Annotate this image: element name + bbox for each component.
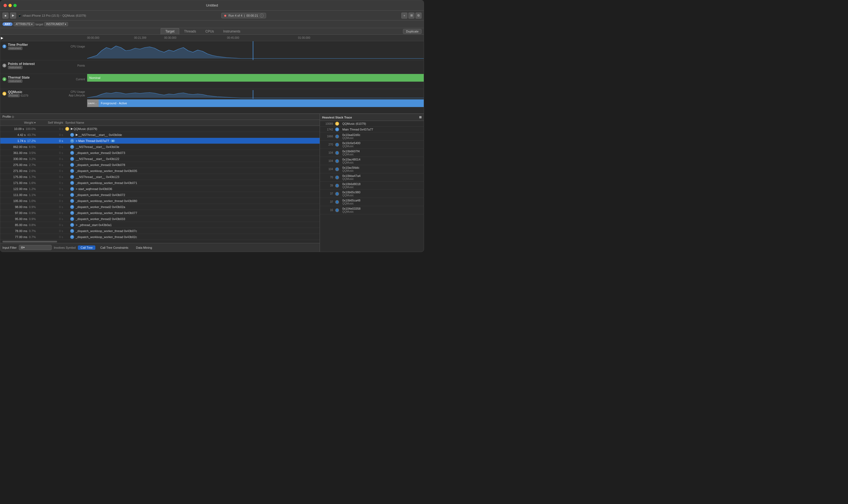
time-profiler-track[interactable] xyxy=(87,41,424,60)
stack-symbol: QQMusic (61079) xyxy=(342,122,422,125)
table-row[interactable]: 271.00 ms2.6% 0 s T_dispatch_workloop_wo… xyxy=(0,168,320,174)
stack-row[interactable]: 70 👤 0x10bba47a4 QQMusic xyxy=(320,173,424,182)
time-profiler-icon: T xyxy=(2,44,6,48)
table-row[interactable]: 85.00 ms0.8% 0 s T> _pthread_start 0x43b… xyxy=(0,222,320,228)
stack-symbol: 0x10b65c980 xyxy=(342,191,360,194)
tab-target[interactable]: Target xyxy=(161,28,179,34)
instrument-button[interactable]: INSTRUMENT ▾ xyxy=(44,22,68,26)
stack-row[interactable]: 104 👤 0x10ac5fddc QQMusic xyxy=(320,165,424,173)
horizontal-scrollbar[interactable] xyxy=(2,241,57,242)
table-row[interactable]: 175.00 ms1.7% 0 s T__NSThread__start__ 0… xyxy=(0,174,320,180)
symbol-cell: T > Main Thread 0x437a77 ● xyxy=(65,139,317,143)
table-row[interactable]: 105.00 ms1.0% 0 s T_dispatch_workloop_wo… xyxy=(0,198,320,204)
ruler-mark-3: 00:45.000 xyxy=(227,36,239,39)
tab-threads[interactable]: Threads xyxy=(180,29,200,34)
main-content: ▶ 00:00.000 00:21.399 00:30.000 00:45.00… xyxy=(0,35,424,252)
s: 0 s xyxy=(38,199,65,202)
close-button[interactable] xyxy=(3,4,7,7)
p: 2.7% xyxy=(29,163,36,166)
table-row[interactable]: 10.09 s 100.0% 0 s Q ▶ QQMusic (61079) xyxy=(0,126,320,132)
row-icon: T xyxy=(70,139,74,143)
s: 0 s xyxy=(38,151,65,155)
p: 0.9% xyxy=(29,217,36,221)
data-mining-tab[interactable]: Data Mining xyxy=(133,246,155,250)
chevron-down-icon2: ▾ xyxy=(65,23,66,26)
filter-input-wrap[interactable]: ⊞▾ xyxy=(19,245,52,250)
table-row[interactable]: 95.00 ms0.9% 0 s T_dispatch_worker_threa… xyxy=(0,216,320,222)
table-row[interactable]: 275.00 ms2.7% 0 s T_dispatch_worker_thre… xyxy=(0,162,320,168)
stack-row[interactable]: 16 👤 0x104e03358 QQMusic xyxy=(320,206,424,214)
stack-count: 1666 xyxy=(322,135,333,138)
qqmusic-name: QQMusic xyxy=(8,90,28,94)
self-weight-col-header[interactable]: Self Weight xyxy=(38,121,65,125)
table-row[interactable]: 330.00 ms3.2% 0 s T__NSThread__start__ 0… xyxy=(0,156,320,162)
stack-icon: 👤 xyxy=(335,208,339,212)
any-tag[interactable]: ANY xyxy=(2,22,13,26)
call-tree-constraints-tab[interactable]: Call Tree Constraints xyxy=(98,246,131,250)
tab-instruments[interactable]: Instruments xyxy=(219,29,245,34)
qqmusic-icon: Q xyxy=(2,92,6,95)
maximize-button[interactable] xyxy=(13,4,17,7)
t: _dispatch_workloop_worker_thread 0x43b02… xyxy=(76,235,137,239)
tab-cpus[interactable]: CPUs xyxy=(201,29,218,34)
info-icon[interactable]: i xyxy=(260,14,264,17)
table-row[interactable]: 77.00 ms0.7% 0 s T_dispatch_workloop_wor… xyxy=(0,234,320,240)
pct-val: 100.0% xyxy=(26,127,36,130)
stack-row[interactable]: 270 👤 0x10c6e5400 QQMusic xyxy=(320,141,424,149)
qqmusic-track[interactable]: Launc... Foreground - Active xyxy=(87,89,424,113)
stack-symbol: 0x10ac5fddc xyxy=(342,166,359,169)
minimize-button[interactable] xyxy=(8,4,12,7)
table-row[interactable]: 171.00 ms1.6% 0 s T_dispatch_workloop_wo… xyxy=(0,180,320,186)
table-row[interactable]: 98.00 ms0.9% 0 s T_dispatch_worker_threa… xyxy=(0,204,320,210)
ruler-mark-0: 00:00.000 xyxy=(87,36,100,39)
stack-row[interactable]: 39 👤 0x10b6d8018 QQMusic xyxy=(320,182,424,190)
run-info: ⏺ Run 4 of 4 | 00:00:21 i xyxy=(221,13,266,18)
table-row[interactable]: 862.00 ms8.5% 0 s T__NSThread__start__ 0… xyxy=(0,144,320,150)
table-row[interactable]: 4.42 s 43.7% 0 s T ▶ __NSThread__start__… xyxy=(0,132,320,138)
points-icon: i xyxy=(2,64,6,68)
filter-dropdown-icon[interactable]: ⊞▾ xyxy=(21,246,25,249)
points-track[interactable] xyxy=(87,60,424,74)
t: __NSThread__start__ 0x43b122 xyxy=(76,157,119,161)
stack-row[interactable]: 37 👤 0x10b65c980 QQMusic xyxy=(320,190,424,198)
stack-row[interactable]: 10089 Q QQMusic (61079) xyxy=(320,121,424,127)
stack-row[interactable]: 104 👤 0x10b6607f4 QQMusic xyxy=(320,149,424,157)
chevron-icon: › xyxy=(60,14,61,17)
w: 271.00 ms xyxy=(13,169,27,173)
s: 0 s xyxy=(38,163,65,166)
attribute-button[interactable]: ATTRIBUTE ▾ xyxy=(14,22,34,26)
toolbar: ■ ▶ 📱 nihaoi iPhone 13 Pro (15.5) › QQMu… xyxy=(0,11,424,20)
attribute-label: ATTRIBUTE xyxy=(16,23,31,26)
table-row[interactable]: 361.00 ms3.5% 0 s T_dispatch_worker_thre… xyxy=(0,150,320,156)
weight-col-header[interactable]: Weight ▾ xyxy=(2,121,38,125)
filter-bar: ANY ATTRIBUTE ▾ target INSTRUMENT ▾ xyxy=(0,20,424,28)
table-row[interactable]: 78.00 ms0.7% 0 s T_dispatch_workloop_wor… xyxy=(0,228,320,234)
stack-row[interactable]: 1742 T Main Thread 0x437a77 xyxy=(320,127,424,132)
stack-sub: QQMusic xyxy=(342,137,360,140)
stack-row[interactable]: 37 👤 0x10b65ca48 QQMusic xyxy=(320,198,424,206)
layout-button[interactable]: ⊞ xyxy=(408,13,414,19)
split-button[interactable]: ⧉ xyxy=(416,13,422,19)
table-row[interactable]: 122.00 ms1.2% 0 s T> start_wqthread 0x43… xyxy=(0,186,320,192)
stack-row[interactable]: 1666 👤 0x10aa02d0c QQMusic xyxy=(320,132,424,141)
duplicate-button[interactable]: Duplicate xyxy=(403,29,422,34)
call-tree-tab[interactable]: Call Tree xyxy=(78,246,95,250)
involves-symbol-label[interactable]: Involves Symbol xyxy=(54,246,76,249)
pct-val: 43.7% xyxy=(27,133,36,137)
table-row-selected[interactable]: 1.74 s 17.2% 0 s T > Main Thread 0x437a7… xyxy=(0,138,320,144)
stack-count: 37 xyxy=(322,200,333,203)
stack-row[interactable]: 104 👤 0x10ac48014 QQMusic xyxy=(320,157,424,165)
add-button[interactable]: + xyxy=(401,13,407,19)
table-row[interactable]: 97.00 ms0.9% 0 s T_dispatch_workloop_wor… xyxy=(0,210,320,216)
thermal-track[interactable]: Nominal xyxy=(87,74,424,89)
stack-sym-block: 0x10bba47a4 QQMusic xyxy=(342,174,360,180)
s: 0 s xyxy=(38,217,65,221)
config-icon[interactable]: ⊞ xyxy=(419,115,422,119)
play-button[interactable]: ▶ xyxy=(10,13,16,19)
stop-button[interactable]: ■ xyxy=(2,13,8,19)
symbol-cell: Q ▶ QQMusic (61079) xyxy=(65,127,317,131)
table-row[interactable]: 111.00 ms1.1% 0 s T_dispatch_worker_thre… xyxy=(0,192,320,198)
stack-icon: 👤 xyxy=(335,143,339,147)
stack-symbol: 0x10bba47a4 xyxy=(342,174,360,178)
app-lifecycle-bar: Launc... Foreground - Active xyxy=(87,100,424,107)
